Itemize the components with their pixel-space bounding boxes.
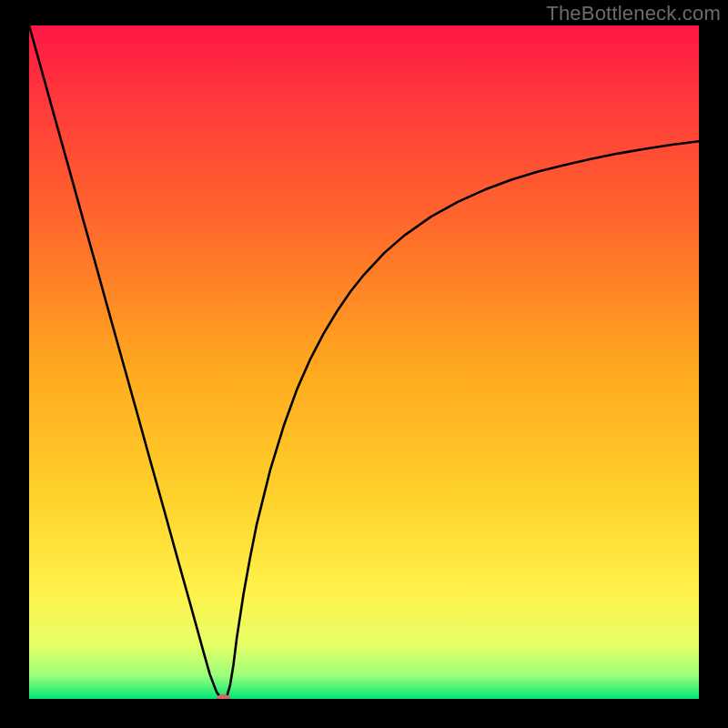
gradient-rect <box>29 25 699 699</box>
chart-svg <box>29 25 699 699</box>
plot-area <box>29 25 699 699</box>
chart-root: TheBottleneck.com <box>0 0 728 728</box>
watermark-label: TheBottleneck.com <box>546 2 721 25</box>
